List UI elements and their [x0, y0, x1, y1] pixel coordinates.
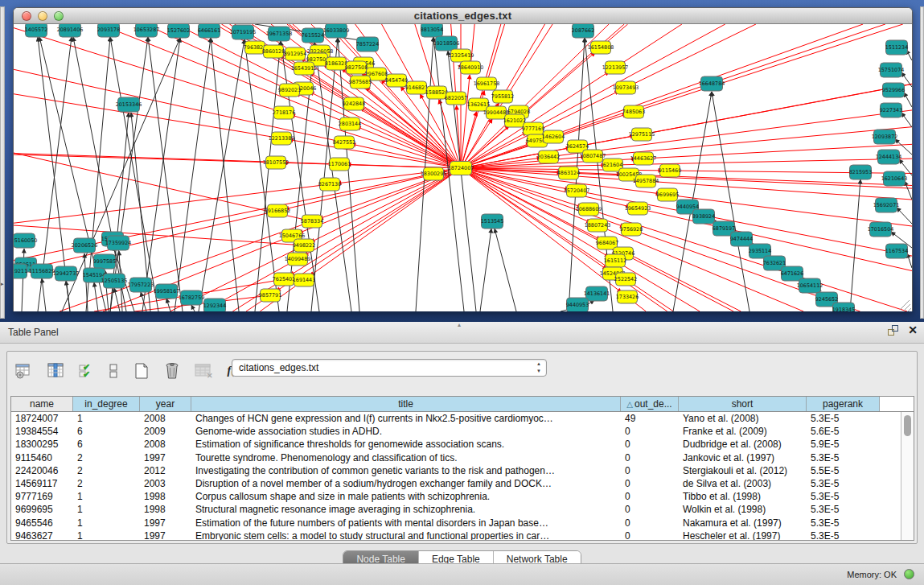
graph-node[interactable]: 10973493: [613, 81, 639, 94]
table-cell[interactable]: 5.9E-5: [807, 438, 880, 451]
table-cell[interactable]: Franke et al. (2009): [679, 425, 807, 438]
table-cell[interactable]: 0: [621, 517, 679, 529]
graph-node[interactable]: 2803144: [339, 117, 361, 130]
table-cell[interactable]: 0: [621, 490, 679, 503]
graph-node[interactable]: 18724007: [448, 162, 474, 175]
graph-node[interactable]: 9227343: [880, 103, 902, 117]
graph-node[interactable]: 1511234: [885, 40, 908, 55]
table-cell[interactable]: Estimation of the future numbers of pati…: [191, 517, 621, 529]
red-citation-edge[interactable]: [14, 154, 339, 164]
black-citation-edge[interactable]: [448, 51, 476, 311]
graph-node[interactable]: 4863124: [557, 167, 580, 179]
red-citation-edge[interactable]: [615, 24, 682, 68]
graph-node[interactable]: 16648784: [699, 76, 725, 91]
black-citation-edge[interactable]: [211, 38, 239, 311]
table-cell[interactable]: Changes of HCN gene expression and I(f) …: [191, 412, 621, 425]
graph-node[interactable]: 2036442: [537, 150, 560, 163]
black-citation-edge[interactable]: [905, 181, 912, 200]
new-column-icon[interactable]: [126, 360, 157, 381]
expand-panel-icon[interactable]: ▸: [1, 281, 4, 287]
black-citation-edge[interactable]: [712, 92, 749, 311]
table-cell[interactable]: 2: [73, 477, 140, 490]
red-citation-edge[interactable]: [613, 159, 912, 165]
table-cell[interactable]: 1: [73, 503, 140, 516]
table-cell[interactable]: de Silva et al. (2003): [679, 477, 807, 490]
red-citation-edge[interactable]: [14, 225, 304, 245]
graph-node[interactable]: 9242848: [343, 97, 365, 110]
collapsed-left-panel-strip[interactable]: ▸: [0, 6, 5, 319]
table-cell[interactable]: Corpus callosum shape and size in male p…: [191, 490, 621, 503]
graph-node[interactable]: 15720407: [564, 184, 590, 197]
column-header-name[interactable]: name: [11, 397, 73, 411]
graph-node[interactable]: 9115460: [659, 164, 681, 177]
graph-node[interactable]: 2087662: [572, 24, 594, 38]
graph-node[interactable]: 1513545: [481, 214, 503, 229]
black-citation-edge[interactable]: [311, 38, 338, 311]
citation-network-graph[interactable]: 1405572208914062093178106532871527602646…: [14, 24, 912, 311]
column-header-out-de-[interactable]: △out_de...: [621, 397, 679, 411]
table-cell[interactable]: 1: [73, 490, 140, 503]
graph-node[interactable]: 9699695: [656, 188, 679, 201]
graph-node[interactable]: 9997585: [93, 254, 116, 269]
column-header-title[interactable]: title: [191, 397, 621, 411]
table-cell[interactable]: 0: [621, 464, 679, 477]
table-cell[interactable]: Tourette syndrome. Phenomenology and cla…: [191, 451, 621, 464]
graph-node[interactable]: 17359924: [105, 236, 132, 250]
graph-node[interactable]: 14463627: [630, 152, 657, 165]
graph-node[interactable]: 18300295: [421, 167, 447, 180]
network-view-window[interactable]: citations_edges.txt 14055722089140620931…: [13, 7, 913, 311]
graph-node[interactable]: 9892023: [278, 84, 301, 97]
table-cell[interactable]: 0: [621, 529, 679, 540]
graph-node[interactable]: 12505135: [101, 274, 128, 288]
table-row[interactable]: 1456911722003Disruption of a novel membe…: [11, 477, 901, 490]
graph-node[interactable]: 1918345: [832, 303, 855, 311]
table-cell[interactable]: 1: [73, 529, 140, 540]
table-cell[interactable]: 2: [73, 451, 140, 464]
collapsed-right-panel-strip[interactable]: [920, 6, 924, 319]
graph-node[interactable]: 10719195: [230, 25, 257, 39]
black-citation-edge[interactable]: [901, 113, 912, 127]
red-citation-edge[interactable]: [14, 154, 276, 163]
graph-node[interactable]: 8813054: [421, 24, 443, 37]
table-cell[interactable]: 18300295: [11, 438, 73, 451]
graph-node[interactable]: 16210643: [881, 171, 908, 186]
table-cell[interactable]: Yano et al. (2008): [679, 412, 807, 425]
graph-node[interactable]: 17016504: [868, 222, 894, 237]
graph-node[interactable]: 9857791: [259, 289, 281, 302]
table-cell[interactable]: 5.3E-5: [807, 412, 880, 425]
red-citation-edge[interactable]: [487, 24, 505, 84]
graph-node[interactable]: 16033809: [323, 24, 350, 38]
table-cell[interactable]: 5.6E-5: [807, 425, 880, 438]
table-cell[interactable]: 0: [621, 503, 679, 516]
graph-node[interactable]: 12942737: [53, 266, 80, 281]
graph-node[interactable]: 1733426: [616, 290, 639, 303]
graph-node[interactable]: 6466161: [198, 24, 220, 38]
graph-node[interactable]: 1167534: [885, 244, 908, 258]
table-row[interactable]: 946362711997Embryonic stem cells: a mode…: [11, 529, 901, 540]
red-citation-edge[interactable]: [643, 144, 912, 159]
table-cell[interactable]: 5.3E-5: [807, 490, 880, 503]
table-cell[interactable]: 5.3E-5: [807, 477, 880, 490]
graph-node[interactable]: 19654923: [625, 202, 651, 215]
graph-node[interactable]: 1615112: [604, 254, 626, 267]
graph-node[interactable]: 17957223: [128, 278, 154, 292]
graph-node[interactable]: 16782759: [179, 290, 205, 305]
table-cell[interactable]: 2012: [140, 464, 191, 477]
table-cell[interactable]: Tibbo et al. (1998): [679, 490, 807, 503]
red-citation-edge[interactable]: [291, 115, 461, 168]
table-cell[interactable]: Estimation of significance thresholds fo…: [191, 438, 621, 451]
graph-node[interactable]: 2718176: [273, 106, 295, 119]
red-citation-edge[interactable]: [670, 171, 912, 173]
graph-node[interactable]: 15692071: [873, 198, 900, 212]
graph-node[interactable]: 9756928: [620, 223, 643, 236]
column-header-year[interactable]: year: [140, 397, 191, 411]
select-rows-icon[interactable]: ✔✔: [72, 360, 101, 381]
table-cell[interactable]: Wolkin et al. (1998): [679, 503, 807, 516]
table-cell[interactable]: 1997: [140, 517, 191, 529]
graph-node[interactable]: 25160050: [14, 233, 37, 248]
table-cell[interactable]: 6: [73, 438, 140, 451]
table-cell[interactable]: 6: [73, 425, 140, 438]
graph-node[interactable]: 20891406: [57, 24, 84, 37]
black-citation-edge[interactable]: [480, 229, 491, 311]
graph-node[interactable]: 7615524: [302, 28, 324, 43]
